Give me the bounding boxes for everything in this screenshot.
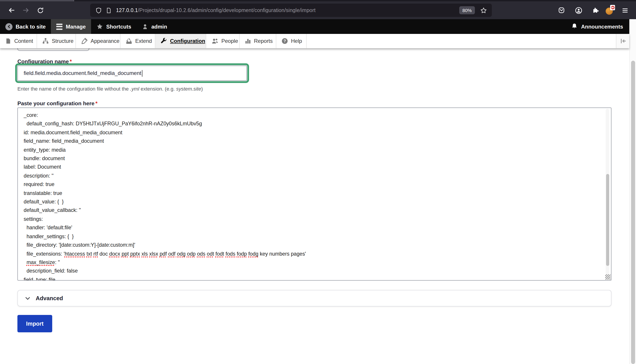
tab-configuration-label: Configuration xyxy=(170,38,205,44)
configuration-name-description: Enter the name of the configuration file… xyxy=(18,86,203,92)
textarea-scrollbar[interactable] xyxy=(606,109,609,279)
barchart-icon xyxy=(245,38,251,44)
page-viewport: Back to site Manage Shortcuts admin xyxy=(0,19,629,364)
description-yml: .yml xyxy=(130,86,139,92)
wrench-icon xyxy=(161,38,167,44)
drupal-menu-bar: Content Structure Appearance Extend xyxy=(0,34,629,48)
textarea-scrollbar-thumb[interactable] xyxy=(606,174,609,266)
announcements-link[interactable]: Announcements xyxy=(565,22,629,30)
manage-hamburger-icon xyxy=(57,24,63,30)
page-scrollbar[interactable] xyxy=(629,19,636,364)
toolbar-orientation-toggle[interactable] xyxy=(616,34,629,48)
reload-button[interactable] xyxy=(33,4,47,16)
zoom-level-badge[interactable]: 80% xyxy=(459,6,475,14)
configuration-name-value: field.field.media.document.field_media_d… xyxy=(24,70,141,76)
tab-extend-label: Extend xyxy=(135,38,152,44)
addon-icon[interactable] xyxy=(606,6,614,15)
url-host: 127.0.0.1 xyxy=(116,8,138,13)
tab-appearance-label: Appearance xyxy=(91,38,119,44)
tab-configuration[interactable]: Configuration xyxy=(155,34,206,48)
document-icon xyxy=(5,38,11,44)
textarea-resize-grip[interactable] xyxy=(605,274,610,280)
configuration-name-input[interactable]: field.field.media.document.field_media_d… xyxy=(18,66,247,81)
tab-structure-label: Structure xyxy=(52,38,74,44)
back-arrow-icon xyxy=(8,7,15,14)
tab-appearance[interactable]: Appearance xyxy=(76,34,121,48)
advanced-label: Advanced xyxy=(36,295,63,302)
announcements-label: Announcements xyxy=(581,24,623,30)
account-icon[interactable] xyxy=(572,4,585,16)
menu-hamburger-icon[interactable] xyxy=(618,4,631,16)
drupal-admin-toolbar: Back to site Manage Shortcuts admin xyxy=(0,19,629,34)
url-bar[interactable]: 127.0.0.1/Projects/drupal-10.2.6/admin/c… xyxy=(90,4,492,17)
shortcuts-tab[interactable]: Shortcuts xyxy=(91,19,137,34)
active-tab-sliver[interactable] xyxy=(0,0,74,1)
tracking-protection-shield-icon[interactable] xyxy=(94,5,104,15)
url-path: /Projects/drupal-10.2.6/admin/config/dev… xyxy=(138,8,316,13)
paste-configuration-label: Paste your configuration here* xyxy=(18,100,98,106)
description-example: system.site xyxy=(176,86,201,92)
bell-icon xyxy=(571,22,577,30)
paintbrush-icon xyxy=(81,38,88,44)
tab-people[interactable]: People xyxy=(206,34,240,48)
browser-window: 127.0.0.1/Projects/drupal-10.2.6/admin/c… xyxy=(0,0,636,364)
tab-reports-label: Reports xyxy=(254,38,273,44)
back-to-site-link[interactable]: Back to site xyxy=(0,19,51,34)
page-scrollbar-thumb[interactable] xyxy=(631,61,635,364)
advanced-details[interactable]: Advanced xyxy=(18,290,611,306)
manage-tab[interactable]: Manage xyxy=(51,19,91,34)
forward-button[interactable] xyxy=(19,4,33,16)
configuration-textarea[interactable]: _core: default_config_hash: DY5HtJTxUjFR… xyxy=(18,108,611,280)
config-textarea-content: _core: default_config_hash: DY5HtJTxUjFR… xyxy=(18,108,602,280)
tab-help[interactable]: ? Help xyxy=(276,34,307,48)
shortcuts-star-icon xyxy=(96,23,103,30)
admin-user-label: admin xyxy=(151,24,167,30)
back-to-site-label: Back to site xyxy=(16,24,46,30)
reload-icon xyxy=(37,7,44,14)
pocket-icon[interactable] xyxy=(555,4,568,16)
people-icon xyxy=(212,38,218,44)
text-caret xyxy=(142,70,142,76)
shortcuts-label: Shortcuts xyxy=(106,24,131,30)
configuration-name-label: Configuration name* xyxy=(18,58,72,65)
config-import-form: Configuration name* field.field.media.do… xyxy=(0,48,629,364)
back-to-site-icon xyxy=(5,23,13,30)
description-part: extension. (e.g. xyxy=(139,86,176,92)
toolbar-right-icons xyxy=(555,4,631,16)
page-info-icon[interactable] xyxy=(104,5,113,15)
back-button[interactable] xyxy=(5,4,19,16)
paste-configuration-label-text: Paste your configuration here xyxy=(18,100,94,106)
puzzle-icon xyxy=(126,38,132,44)
url-text[interactable]: 127.0.0.1/Projects/drupal-10.2.6/admin/c… xyxy=(116,8,459,13)
forward-arrow-icon xyxy=(22,7,30,14)
arrow-to-bar-icon xyxy=(619,38,626,44)
required-asterisk: * xyxy=(70,58,72,65)
tab-content[interactable]: Content xyxy=(0,34,37,48)
tab-strip-background xyxy=(74,0,636,1)
chevron-down-icon xyxy=(25,296,30,300)
addon-blocked-badge xyxy=(610,5,615,10)
import-button[interactable]: Import xyxy=(18,315,52,332)
manage-label: Manage xyxy=(66,24,86,30)
bookmark-star-icon[interactable] xyxy=(478,5,488,15)
svg-text:?: ? xyxy=(284,39,286,43)
browser-toolbar: 127.0.0.1/Projects/drupal-10.2.6/admin/c… xyxy=(0,1,636,19)
tab-extend[interactable]: Extend xyxy=(121,34,155,48)
configuration-name-label-text: Configuration name xyxy=(18,58,69,65)
sitemap-icon xyxy=(43,38,49,44)
user-icon xyxy=(142,24,148,30)
tab-content-label: Content xyxy=(14,38,33,44)
help-icon: ? xyxy=(282,38,288,44)
admin-user-tab[interactable]: admin xyxy=(137,19,173,34)
extensions-icon[interactable] xyxy=(589,4,602,16)
tab-strip xyxy=(0,0,636,1)
tab-structure[interactable]: Structure xyxy=(37,34,76,48)
description-part: Enter the name of the configuration file… xyxy=(18,86,130,92)
description-part: ) xyxy=(201,86,203,92)
tab-people-label: People xyxy=(221,38,238,44)
tab-help-label: Help xyxy=(291,38,302,44)
tab-reports[interactable]: Reports xyxy=(240,34,276,48)
required-asterisk: * xyxy=(95,100,98,106)
